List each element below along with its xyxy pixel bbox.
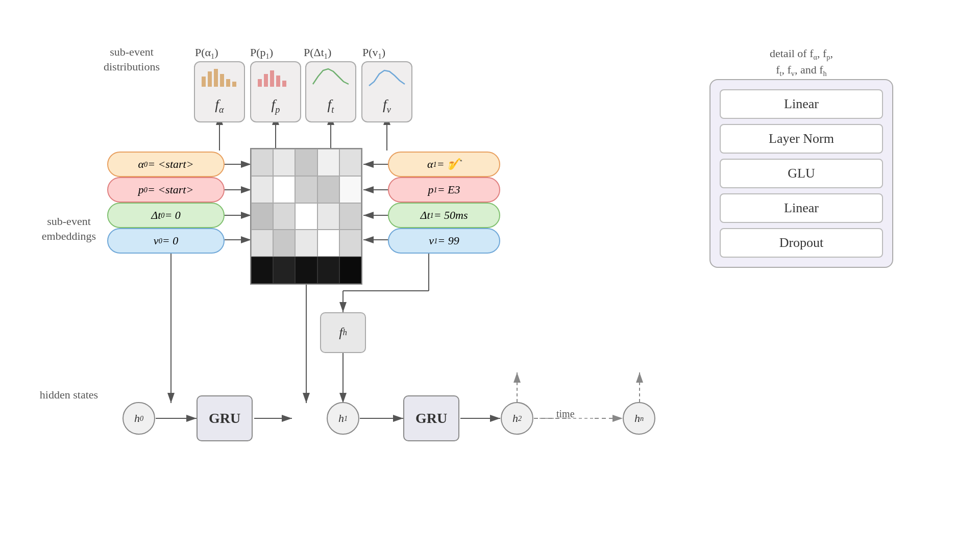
gru-box-2: GRU bbox=[403, 395, 459, 441]
attn-cell-black bbox=[273, 257, 295, 284]
attn-cell bbox=[317, 203, 339, 230]
svg-rect-35 bbox=[214, 69, 218, 87]
h2-node: h2 bbox=[501, 402, 533, 435]
svg-rect-37 bbox=[226, 79, 230, 87]
detail-row-linear1: Linear bbox=[720, 89, 883, 119]
attn-cell bbox=[317, 149, 339, 176]
detail-panel: Linear Layer Norm GLU Linear Dropout bbox=[709, 79, 893, 268]
attn-cell bbox=[251, 176, 273, 203]
emb-pill-v1: v1 = 99 bbox=[388, 228, 500, 254]
svg-rect-42 bbox=[276, 76, 280, 87]
attn-cell-black bbox=[295, 257, 317, 284]
dist-chart-ft bbox=[310, 66, 353, 87]
emb-pill-a0: α0 = <start> bbox=[107, 152, 225, 177]
attn-cell bbox=[295, 176, 317, 203]
attn-cell bbox=[339, 203, 361, 230]
dist-box-fp: fp bbox=[250, 61, 301, 122]
prob-label-alpha: P(α1) bbox=[195, 46, 218, 61]
detail-row-glu: GLU bbox=[720, 159, 883, 188]
attn-cell bbox=[339, 176, 361, 203]
svg-rect-41 bbox=[270, 70, 274, 87]
attn-cell bbox=[317, 230, 339, 257]
svg-rect-34 bbox=[208, 71, 212, 87]
attn-cell bbox=[295, 203, 317, 230]
emb-pill-a1: α1 = 🎷 bbox=[388, 152, 500, 177]
attn-cell bbox=[317, 176, 339, 203]
dist-chart-fp bbox=[255, 66, 298, 87]
attn-cell-black bbox=[339, 257, 361, 284]
dist-box-ft: ft bbox=[305, 61, 356, 122]
attn-cell bbox=[251, 149, 273, 176]
hidden-states-label: hidden states bbox=[31, 388, 107, 403]
svg-rect-33 bbox=[202, 77, 206, 87]
prob-label-dt: P(Δt1) bbox=[304, 46, 331, 61]
emb-pill-v0: v0 = 0 bbox=[107, 228, 225, 254]
emb-pill-dt0: Δt0 = 0 bbox=[107, 203, 225, 228]
dist-box-fv: fv bbox=[361, 61, 412, 122]
dist-box-fa: fα bbox=[194, 61, 245, 122]
attn-cell bbox=[339, 149, 361, 176]
diagram-container: sub-event distributions P(α1) P(p1) P(Δt… bbox=[0, 0, 980, 551]
h0-node: h0 bbox=[122, 402, 155, 435]
dist-chart-fa bbox=[199, 66, 242, 87]
detail-row-dropout: Dropout bbox=[720, 228, 883, 258]
attn-cell bbox=[251, 203, 273, 230]
prob-label-p: P(p1) bbox=[250, 46, 273, 61]
attn-cell bbox=[273, 203, 295, 230]
svg-rect-39 bbox=[258, 79, 262, 87]
sub-event-embeddings-label: sub-event embeddings bbox=[31, 214, 107, 243]
dist-label-ft: ft bbox=[328, 96, 334, 115]
detail-panel-title: detail of fα, fp,ft, fv, and fh bbox=[709, 46, 893, 79]
attn-cell bbox=[295, 230, 317, 257]
attn-cell bbox=[251, 230, 273, 257]
attn-cell bbox=[273, 149, 295, 176]
time-label: time bbox=[556, 408, 575, 420]
emb-pill-p0: p0 = <start> bbox=[107, 177, 225, 203]
emb-pill-dt1: Δt1 = 50ms bbox=[388, 203, 500, 228]
gru-box-1: GRU bbox=[197, 395, 253, 441]
dist-label-fa: fα bbox=[215, 96, 224, 115]
svg-rect-38 bbox=[232, 82, 236, 87]
attention-matrix bbox=[250, 148, 362, 285]
attn-cell-black bbox=[251, 257, 273, 284]
detail-row-layernorm: Layer Norm bbox=[720, 124, 883, 154]
attn-cell bbox=[339, 230, 361, 257]
svg-rect-43 bbox=[282, 81, 286, 87]
dist-label-fv: fv bbox=[383, 96, 391, 115]
svg-rect-40 bbox=[264, 74, 268, 87]
prob-label-v: P(v1) bbox=[362, 46, 385, 61]
fh-box: fh bbox=[320, 312, 366, 353]
svg-rect-36 bbox=[220, 74, 224, 87]
attn-cell bbox=[273, 230, 295, 257]
dist-label-fp: fp bbox=[272, 96, 280, 115]
attn-cell-black bbox=[317, 257, 339, 284]
h1-node: h1 bbox=[327, 402, 359, 435]
attn-cell bbox=[273, 176, 295, 203]
detail-row-linear2: Linear bbox=[720, 193, 883, 223]
attn-cell bbox=[295, 149, 317, 176]
sub-event-distributions-label: sub-event distributions bbox=[91, 45, 173, 74]
emb-pill-p1: p1 = E3 bbox=[388, 177, 500, 203]
dist-chart-fv bbox=[366, 66, 409, 87]
hn-node: hn bbox=[623, 402, 655, 435]
